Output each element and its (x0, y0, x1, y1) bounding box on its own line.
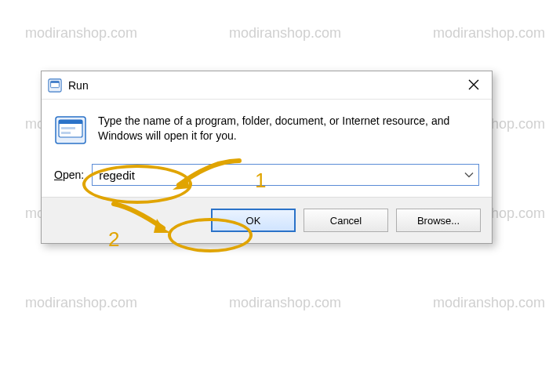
ok-button-label: OK (246, 215, 261, 227)
svg-rect-2 (51, 81, 60, 82)
watermark: modiranshop.com (433, 295, 545, 311)
run-dialog: Run Type the name of a program, folder, … (41, 71, 493, 244)
dialog-message: Type the name of a program, folder, docu… (98, 114, 479, 143)
browse-button-label: Browse... (417, 215, 460, 227)
svg-rect-5 (59, 120, 82, 124)
open-label: Open: (54, 169, 84, 181)
watermark: modiranshop.com (229, 295, 341, 311)
cancel-button[interactable]: Cancel (304, 209, 388, 232)
chevron-down-icon[interactable] (464, 169, 474, 181)
svg-rect-6 (61, 127, 75, 129)
browse-button[interactable]: Browse... (396, 209, 481, 232)
run-large-icon (54, 114, 87, 147)
watermark: modiranshop.com (229, 25, 341, 42)
close-button[interactable] (456, 71, 492, 100)
open-combobox[interactable] (92, 164, 479, 186)
close-icon (468, 79, 479, 93)
button-bar: OK Cancel Browse... (42, 197, 492, 243)
run-app-icon (48, 78, 62, 93)
titlebar[interactable]: Run (42, 71, 492, 100)
svg-rect-7 (61, 132, 71, 134)
dialog-title: Run (68, 79, 89, 92)
cancel-button-label: Cancel (330, 215, 362, 227)
open-input[interactable] (99, 169, 472, 182)
ok-button[interactable]: OK (211, 209, 296, 232)
watermark: modiranshop.com (25, 295, 137, 311)
watermark: modiranshop.com (25, 25, 137, 42)
dialog-body: Type the name of a program, folder, docu… (42, 100, 492, 197)
watermark: modiranshop.com (433, 25, 545, 42)
